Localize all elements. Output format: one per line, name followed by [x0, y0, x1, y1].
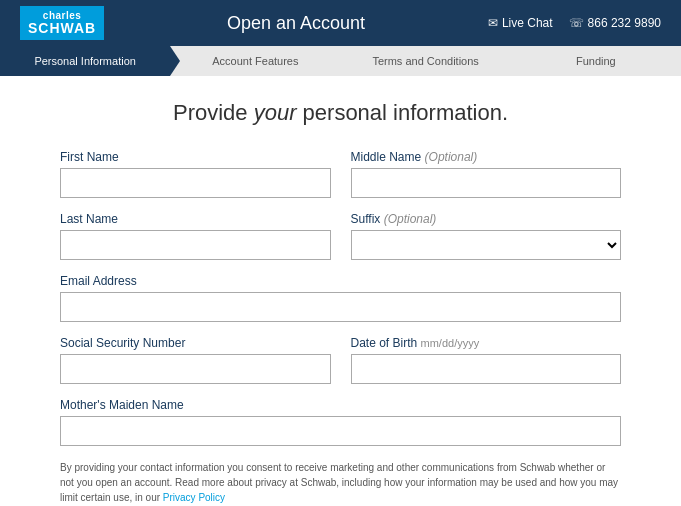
maiden-row: Mother's Maiden Name	[60, 398, 621, 446]
ssn-group: Social Security Number	[60, 336, 331, 384]
email-group: Email Address	[60, 274, 621, 322]
last-name-input[interactable]	[60, 230, 331, 260]
suffix-group: Suffix (Optional) Jr. Sr. II III IV	[351, 212, 622, 260]
email-label: Email Address	[60, 274, 621, 288]
email-input[interactable]	[60, 292, 621, 322]
dob-label: Date of Birth mm/dd/yyyy	[351, 336, 622, 350]
ssn-label: Social Security Number	[60, 336, 331, 350]
progress-steps: Personal Information Account Features Te…	[0, 46, 681, 76]
maiden-name-input[interactable]	[60, 416, 621, 446]
schwab-logo: charles SCHWAB	[20, 6, 104, 40]
main-content: Provide your personal information. First…	[0, 76, 681, 506]
page-heading: Provide your personal information.	[60, 100, 621, 126]
email-row: Email Address	[60, 274, 621, 322]
name-row-1: First Name Middle Name (Optional)	[60, 150, 621, 198]
suffix-label: Suffix (Optional)	[351, 212, 622, 226]
first-name-group: First Name	[60, 150, 331, 198]
disclaimer-text: By providing your contact information yo…	[60, 460, 621, 505]
chat-icon: ✉	[488, 16, 498, 30]
header: charles SCHWAB Open an Account ✉ Live Ch…	[0, 0, 681, 46]
middle-name-label: Middle Name (Optional)	[351, 150, 622, 164]
suffix-select[interactable]: Jr. Sr. II III IV	[351, 230, 622, 260]
live-chat-label: Live Chat	[502, 16, 553, 30]
step-personal-information[interactable]: Personal Information	[0, 46, 170, 76]
first-name-input[interactable]	[60, 168, 331, 198]
logo-schwab: SCHWAB	[28, 21, 96, 36]
maiden-name-label: Mother's Maiden Name	[60, 398, 621, 412]
page-title: Open an Account	[227, 13, 365, 34]
last-name-label: Last Name	[60, 212, 331, 226]
phone-number: 866 232 9890	[588, 16, 661, 30]
step-funding[interactable]: Funding	[511, 46, 681, 76]
dob-group: Date of Birth mm/dd/yyyy	[351, 336, 622, 384]
dob-input[interactable]	[351, 354, 622, 384]
step-terms-and-conditions[interactable]: Terms and Conditions	[341, 46, 511, 76]
maiden-name-group: Mother's Maiden Name	[60, 398, 621, 446]
privacy-policy-link[interactable]: Privacy Policy	[163, 492, 225, 503]
middle-name-group: Middle Name (Optional)	[351, 150, 622, 198]
middle-name-input[interactable]	[351, 168, 622, 198]
last-name-group: Last Name	[60, 212, 331, 260]
header-contact: ✉ Live Chat ☏ 866 232 9890	[488, 16, 661, 30]
phone-icon: ☏	[569, 16, 584, 30]
personal-info-form: First Name Middle Name (Optional) Last N…	[60, 150, 621, 506]
ssn-dob-row: Social Security Number Date of Birth mm/…	[60, 336, 621, 384]
ssn-input[interactable]	[60, 354, 331, 384]
phone-link[interactable]: ☏ 866 232 9890	[569, 16, 661, 30]
name-row-2: Last Name Suffix (Optional) Jr. Sr. II I…	[60, 212, 621, 260]
live-chat-link[interactable]: ✉ Live Chat	[488, 16, 553, 30]
first-name-label: First Name	[60, 150, 331, 164]
step-account-features[interactable]: Account Features	[170, 46, 340, 76]
